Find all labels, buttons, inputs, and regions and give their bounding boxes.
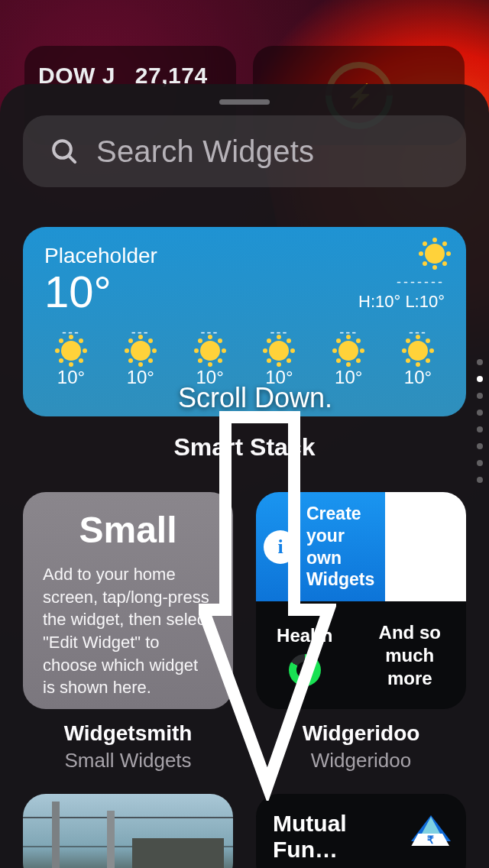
page-dot[interactable] bbox=[477, 460, 483, 466]
widgeridoo-card[interactable]: i Create your own Widgets Health And so … bbox=[256, 492, 466, 709]
svg-line-1 bbox=[69, 156, 76, 163]
widget-name: Widgetsmith bbox=[23, 721, 233, 746]
photo-widget-card[interactable] bbox=[23, 794, 233, 868]
page-dot[interactable] bbox=[477, 376, 483, 382]
widget-subtitle: Small Widgets bbox=[23, 749, 233, 772]
weather-hour-col: ---10° bbox=[44, 325, 98, 388]
weather-hour-col: ---10° bbox=[114, 325, 167, 388]
page-indicator[interactable] bbox=[477, 359, 483, 483]
page-dot[interactable] bbox=[477, 426, 483, 432]
widgeridoo-health-label: Health bbox=[277, 625, 332, 646]
sun-icon bbox=[200, 341, 220, 361]
weather-hourly-row: ---10° ---10° ---10° ---10° ---10° ---10… bbox=[44, 325, 445, 388]
sun-icon bbox=[131, 341, 151, 361]
weather-hour-col: ---10° bbox=[391, 325, 445, 388]
page-dot[interactable] bbox=[477, 443, 483, 449]
sun-icon bbox=[338, 341, 358, 361]
smart-stack-title: Smart Stack bbox=[23, 433, 466, 462]
smart-stack-weather-card[interactable]: Placeholder 10° ------- H:10° L:10° ---1… bbox=[23, 227, 466, 416]
sun-icon bbox=[425, 244, 445, 264]
page-dot[interactable] bbox=[477, 393, 483, 399]
widgetsmith-card[interactable]: Small Add to your home screen, tap/long-… bbox=[23, 492, 233, 709]
weather-hour-col: ---10° bbox=[183, 325, 237, 388]
mutual-funds-title: Mutual Fun… bbox=[273, 811, 411, 863]
weather-temperature: 10° bbox=[44, 270, 157, 314]
search-placeholder: Search Widgets bbox=[96, 134, 314, 169]
mutual-funds-card[interactable]: Mutual Fun… bbox=[256, 794, 466, 868]
weather-high-low: H:10° L:10° bbox=[358, 292, 445, 312]
mutual-funds-icon bbox=[411, 811, 449, 841]
widget-name: Widgeridoo bbox=[256, 721, 466, 746]
page-dot[interactable] bbox=[477, 359, 483, 365]
weather-hour-col: ---10° bbox=[322, 325, 375, 388]
sun-icon bbox=[269, 341, 289, 361]
weather-hour-col: ---10° bbox=[252, 325, 306, 388]
sheet-grabber[interactable] bbox=[219, 99, 270, 105]
widgeridoo-more-label: And so much more bbox=[354, 601, 467, 709]
page-dot[interactable] bbox=[477, 410, 483, 416]
widget-subtitle: Widgeridoo bbox=[256, 749, 466, 772]
sun-icon bbox=[61, 341, 81, 361]
page-dot[interactable] bbox=[477, 477, 483, 483]
sun-icon bbox=[408, 341, 428, 361]
widget-gallery-sheet[interactable]: Search Widgets Placeholder 10° ------- H… bbox=[0, 84, 489, 868]
weather-summary-dash: ------- bbox=[358, 274, 445, 290]
search-icon bbox=[49, 136, 79, 167]
blank-panel bbox=[385, 492, 466, 601]
photo-decoration bbox=[132, 838, 224, 868]
health-ring-icon bbox=[289, 654, 321, 686]
photo-decoration bbox=[52, 802, 60, 868]
search-widgets-field[interactable]: Search Widgets bbox=[23, 115, 466, 187]
widgetsmith-card-body: Add to your home screen, tap/long-press … bbox=[43, 563, 213, 699]
widgeridoo-create-text: Create your own Widgets bbox=[306, 503, 374, 591]
widgetsmith-card-heading: Small bbox=[43, 509, 213, 551]
photo-decoration bbox=[107, 811, 115, 868]
weather-location: Placeholder bbox=[44, 244, 157, 268]
info-icon: i bbox=[264, 530, 297, 564]
